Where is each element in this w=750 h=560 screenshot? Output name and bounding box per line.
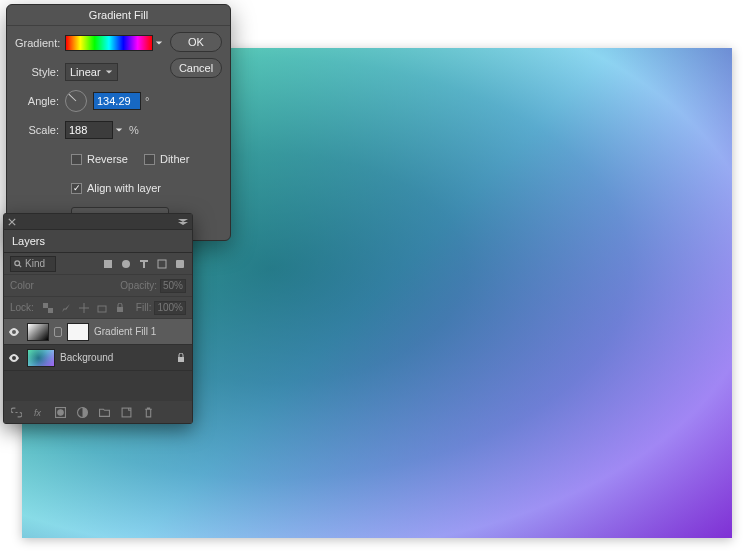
align-label: Align with layer [87, 182, 161, 194]
opacity-input[interactable]: 50% [160, 279, 186, 293]
angle-label: Angle: [15, 95, 65, 107]
gradient-label: Gradient: [15, 37, 65, 49]
ok-button[interactable]: OK [170, 32, 222, 52]
visibility-toggle[interactable] [8, 328, 22, 336]
layer-style-icon[interactable]: fx [32, 406, 44, 418]
filter-shape-icon[interactable] [156, 258, 168, 270]
layer-thumb[interactable] [27, 349, 55, 367]
scale-dropdown[interactable] [113, 122, 125, 138]
new-group-icon[interactable] [98, 406, 110, 418]
opacity-label: Opacity: [120, 280, 157, 291]
layer-list: Gradient Fill 1 Background [4, 319, 192, 401]
align-with-layer-checkbox[interactable]: Align with layer [71, 182, 161, 194]
lock-move-icon[interactable] [78, 302, 90, 314]
panel-collapse-icon[interactable] [178, 219, 188, 225]
layers-panel: Layers Kind Color Opacity: 50% Lock: [3, 213, 193, 424]
svg-rect-5 [43, 303, 48, 308]
fill-label: Fill: [136, 302, 152, 313]
style-label: Style: [15, 66, 65, 78]
lock-brush-icon[interactable] [60, 302, 72, 314]
mask-thumb[interactable] [67, 323, 89, 341]
reverse-checkbox-box [71, 154, 82, 165]
layers-tab[interactable]: Layers [4, 230, 192, 253]
lock-transparent-icon[interactable] [42, 302, 54, 314]
align-checkbox-box [71, 183, 82, 194]
lock-nest-icon[interactable] [96, 302, 108, 314]
cancel-button[interactable]: Cancel [170, 58, 222, 78]
gradient-swatch[interactable] [65, 35, 153, 51]
blend-mode-select[interactable]: Color [10, 280, 34, 291]
style-select[interactable]: Linear [65, 63, 118, 81]
style-value: Linear [70, 66, 101, 78]
layers-footer: fx [4, 401, 192, 423]
svg-rect-8 [117, 307, 123, 312]
layer-name[interactable]: Background [60, 352, 113, 363]
filter-smart-icon[interactable] [174, 258, 186, 270]
reverse-label: Reverse [87, 153, 128, 165]
fill-input[interactable]: 100% [154, 301, 186, 315]
dither-checkbox[interactable]: Dither [144, 153, 189, 165]
svg-rect-9 [178, 357, 184, 362]
angle-input[interactable]: 134.29 [93, 92, 141, 110]
scale-input[interactable]: 188 [65, 121, 113, 139]
gradient-dropdown[interactable] [153, 35, 165, 51]
angle-unit: ° [145, 95, 149, 107]
dither-checkbox-box [144, 154, 155, 165]
layer-name[interactable]: Gradient Fill 1 [94, 326, 156, 337]
reverse-checkbox[interactable]: Reverse [71, 153, 128, 165]
scale-label: Scale: [15, 124, 65, 136]
lock-label: Lock: [10, 302, 34, 313]
svg-rect-4 [176, 260, 184, 268]
filter-adjust-icon[interactable] [120, 258, 132, 270]
svg-point-12 [57, 409, 63, 415]
svg-rect-3 [158, 260, 166, 268]
svg-point-2 [122, 260, 130, 268]
new-layer-icon[interactable] [120, 406, 132, 418]
dialog-title: Gradient Fill [7, 5, 230, 26]
filter-type-icon[interactable] [138, 258, 150, 270]
layer-item-background[interactable]: Background [4, 345, 192, 371]
svg-point-0 [15, 260, 20, 265]
lock-icon [176, 353, 188, 363]
mask-link-icon[interactable] [54, 327, 62, 337]
svg-text:fx: fx [34, 407, 41, 417]
link-layers-icon[interactable] [10, 406, 22, 418]
lock-all-icon[interactable] [114, 302, 126, 314]
dither-label: Dither [160, 153, 189, 165]
layer-item-gradient-fill[interactable]: Gradient Fill 1 [4, 319, 192, 345]
svg-rect-7 [98, 306, 106, 312]
svg-rect-1 [104, 260, 112, 268]
svg-rect-6 [48, 308, 53, 313]
panel-close-icon[interactable] [8, 218, 16, 226]
delete-layer-icon[interactable] [142, 406, 154, 418]
layer-kind-filter[interactable]: Kind [10, 256, 56, 272]
visibility-toggle[interactable] [8, 354, 22, 362]
layer-thumb[interactable] [27, 323, 49, 341]
angle-dial[interactable] [65, 90, 87, 112]
filter-pixel-icon[interactable] [102, 258, 114, 270]
new-adjustment-icon[interactable] [76, 406, 88, 418]
scale-unit: % [129, 124, 139, 136]
svg-rect-14 [122, 408, 131, 417]
kind-label: Kind [25, 258, 45, 269]
gradient-fill-dialog: Gradient Fill OK Cancel Gradient: Style:… [6, 4, 231, 241]
layer-mask-icon[interactable] [54, 406, 66, 418]
